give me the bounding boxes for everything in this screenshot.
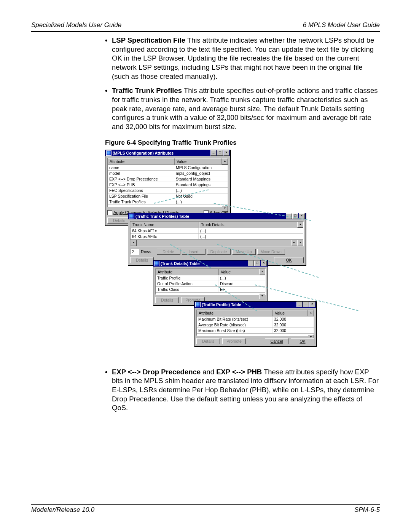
close-icon[interactable]: × [309,302,315,307]
attr-cell[interactable]: Traffic Class [156,287,218,292]
val-cell[interactable]: MPLS Configuration [174,165,228,170]
attr-cell[interactable]: LSP Specification File [108,193,174,199]
col-trunk-details: Trunk Details [199,222,297,228]
close-icon[interactable]: × [261,260,267,266]
scroll-right-icon[interactable]: ▸ [291,240,297,246]
val-cell[interactable]: (...) [174,199,228,204]
window-traffic-profile[interactable]: (Traffic Profile) Table _ □ × Attribute … [194,301,317,347]
movedown-button[interactable]: Move Down [257,249,285,255]
scroll-up-icon[interactable]: ▴ [222,158,228,165]
bullet-title: LSP Specification File [112,36,185,44]
delete-button[interactable]: Delete [157,249,180,255]
trunk-details-cell[interactable]: (...) [199,228,303,233]
col-value: Value [273,310,308,316]
trunk-details-cell[interactable]: (...) [199,234,303,239]
attr-cell[interactable]: EXP <--> Drop Precedence [108,176,174,182]
col-value: Value [219,269,259,275]
trunk-name-cell[interactable]: 64 Kbps AF1x [131,228,199,233]
val-cell[interactable]: (...) [174,188,228,193]
scroll-up-icon[interactable]: ▴ [297,222,303,228]
minimize-icon[interactable]: _ [296,302,303,307]
header-right: 6 MPLS Model User Guide [303,21,380,29]
col-attribute: Attribute [156,269,219,275]
scroll-down-icon[interactable]: ▾ [259,293,265,299]
scroll-down-icon[interactable]: ▾ [297,240,303,246]
insert-button[interactable]: Insert [182,249,206,255]
val-cell[interactable]: Standard Mappings [174,176,228,182]
footer-rule [31,504,380,505]
val-cell[interactable]: mpls_config_object [174,171,228,176]
scroll-left-icon[interactable]: ◂ [131,240,137,246]
bullet-title: Traffic Trunk Profiles [112,86,182,94]
bullet-traffic-trunk: • Traffic Trunk Profiles This attribute … [105,86,380,131]
col-attribute: Attribute [108,158,175,165]
attr-cell[interactable]: Maximum Bit Rate (bits/sec) [197,316,272,322]
app-icon [129,214,134,219]
details-button[interactable]: Details [196,338,220,344]
details-button[interactable]: Details [130,257,154,263]
moveup-button[interactable]: Move Up [232,249,256,255]
scroll-up-icon[interactable]: ▴ [308,310,314,316]
header-rule [31,31,380,32]
ok-button[interactable]: OK [274,257,304,263]
ok-button[interactable]: OK [291,338,314,344]
close-icon[interactable]: × [223,150,229,156]
cancel-button[interactable]: Cancel [265,338,288,344]
attr-cell[interactable]: EXP <--> PHB [108,182,174,187]
trunk-name-cell[interactable]: 64 Kbps AF3x [131,234,199,239]
maximize-icon[interactable]: □ [254,260,260,266]
app-icon [154,261,159,266]
duplicate-button[interactable]: Duplicate [207,249,231,255]
details-button[interactable]: Details [107,217,131,224]
minimize-icon[interactable]: _ [248,260,254,266]
rows-input[interactable]: 2 [130,249,139,255]
attr-cell[interactable]: FEC Specifications [108,188,174,193]
details-button[interactable]: Details [155,297,179,303]
figure-caption: Figure 6-4 Specifying Traffic Trunk Prof… [105,139,380,147]
footer-right: SPM-6-5 [354,506,380,514]
bullet-lsp-specfile: • LSP Specification File This attribute … [105,36,380,81]
col-trunk-name: Trunk Name [131,222,199,228]
val-cell[interactable]: Standard Mappings [174,182,228,187]
minimize-icon[interactable]: _ [210,150,217,156]
app-icon [195,302,201,307]
val-cell[interactable]: 32,000 [272,322,314,328]
window-title: (MPLS Configuration) Attributes [113,151,210,155]
bullet-mid: and [201,368,216,376]
app-icon [106,150,112,156]
attr-cell[interactable]: Traffic Profile [156,275,218,281]
attr-cell[interactable]: model [108,171,174,176]
attr-cell[interactable]: name [108,165,174,170]
window-trunk-details[interactable]: (Trunk Details) Table _ □ × Attribute Va… [153,260,268,305]
val-cell[interactable]: 32,000 [272,316,314,322]
window-title: (Traffic Trunk Profiles) Table [135,214,285,219]
val-cell[interactable]: 32,000 [272,328,314,333]
maximize-icon[interactable]: □ [217,150,223,156]
bullet-title-1: EXP <--> Drop Precedence [112,368,201,376]
col-value: Value [175,158,222,165]
bullet-title-2: EXP <--> PHB [216,368,262,376]
col-attribute: Attribute [197,310,273,316]
scroll-up-icon[interactable]: ▴ [259,269,265,275]
window-trunk-profiles[interactable]: (Traffic Trunk Profiles) Table _ □ × Tru… [128,213,306,265]
attr-cell[interactable]: Maximum Burst Size (bits) [197,328,272,333]
rows-label: Rows [141,249,151,254]
attr-cell[interactable]: Average Bit Rate (bits/sec) [197,322,272,328]
promote-button[interactable]: Promote [222,338,246,344]
bullet-exp: • EXP <--> Drop Precedence and EXP <--> … [105,367,380,412]
footer-left: Modeler/Release 10.0 [31,506,94,514]
header-left: Specialized Models User Guide [31,21,121,29]
attr-cell[interactable]: Out of Profile Action [156,281,218,286]
val-cell[interactable]: (...) [218,275,265,281]
attr-cell[interactable]: Traffic Trunk Profiles [108,199,174,204]
maximize-icon[interactable]: □ [303,302,309,307]
